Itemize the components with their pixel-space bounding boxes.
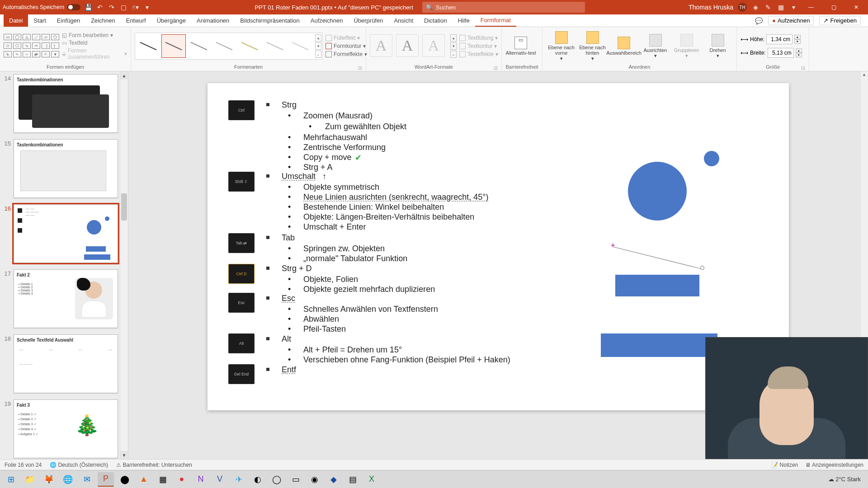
shape-rectangle-1[interactable]: [615, 275, 699, 296]
qat-more-icon[interactable]: ▾: [143, 3, 151, 11]
text-fill-button[interactable]: Textfüllung ▾: [459, 35, 498, 41]
shape-small-circle[interactable]: [704, 151, 719, 166]
tab-zeichnen[interactable]: Zeichnen: [85, 14, 120, 27]
wordart-gallery[interactable]: AAA ▴▾⌄: [370, 34, 457, 58]
record-button[interactable]: ●Aufzeichnen: [768, 16, 814, 25]
launcher-icon[interactable]: ◲: [494, 66, 498, 70]
pen-icon[interactable]: ✎: [764, 3, 772, 11]
tab-animationen[interactable]: Animationen: [191, 14, 235, 27]
telegram-icon[interactable]: ✈: [231, 472, 247, 487]
slide[interactable]: Ctrl Shift ⇧ Tab ⇄ Ctrl D Esc Alt Del En…: [208, 83, 789, 410]
selection-handle-start[interactable]: +: [611, 241, 615, 249]
line-style-gallery[interactable]: ▴▾⌄: [135, 33, 323, 60]
minimize-button[interactable]: —: [802, 1, 820, 14]
autosave-toggle[interactable]: Automatisches Speichern: [3, 4, 80, 10]
tab-einfuegen[interactable]: Einfügen: [52, 14, 85, 27]
tab-ueberpruefen[interactable]: Überprüfen: [348, 14, 388, 27]
outlook-icon[interactable]: ✉: [79, 472, 95, 487]
merge-shapes-button[interactable]: ⬙ Formen zusammenführen ▾: [62, 47, 127, 60]
save-icon[interactable]: 💾: [84, 3, 92, 11]
shape-outline-button[interactable]: Formkontur ▾: [326, 43, 367, 49]
text-outline-button[interactable]: Textkontur ▾: [459, 43, 498, 49]
launcher-icon[interactable]: ◲: [358, 66, 362, 70]
height-input[interactable]: [766, 34, 793, 44]
notes-button[interactable]: 📝 Notizen: [771, 462, 798, 468]
app-icon[interactable]: ●: [174, 472, 190, 487]
touch-mode-icon[interactable]: ☝︎▾: [131, 3, 139, 11]
spin-down-icon[interactable]: ▾: [794, 39, 801, 44]
shape-selected-line[interactable]: [613, 247, 701, 269]
app-icon[interactable]: ⬤: [117, 472, 133, 487]
tab-ansicht[interactable]: Ansicht: [388, 14, 419, 27]
thumbnail-17[interactable]: 17 Fakt 2 • Details 1• Details 2• Detail…: [3, 269, 118, 328]
app-icon[interactable]: ◉: [307, 472, 323, 487]
maximize-button[interactable]: ▢: [825, 1, 843, 14]
align-button[interactable]: Ausrichten▾: [640, 34, 670, 59]
app-icon[interactable]: ▭: [288, 472, 304, 487]
alt-text-button[interactable]: ▭Alternativ-text: [505, 37, 536, 56]
user-avatar[interactable]: TH: [738, 3, 747, 12]
vlc-icon[interactable]: ▲: [136, 472, 152, 487]
spin-up-icon[interactable]: ▴: [794, 35, 801, 39]
tab-aufzeichnen[interactable]: Aufzeichnen: [305, 14, 349, 27]
width-input[interactable]: [768, 48, 794, 58]
tab-uebergaenge[interactable]: Übergänge: [151, 14, 191, 27]
comments-icon[interactable]: 💬: [755, 17, 763, 24]
shape-fill-button[interactable]: Fülleffekt ▾: [326, 35, 367, 41]
explorer-icon[interactable]: 📁: [22, 472, 38, 487]
group-button[interactable]: Gruppieren▾: [671, 34, 702, 59]
share-button[interactable]: ↗Freigeben: [819, 16, 861, 25]
launcher-icon[interactable]: ◲: [801, 66, 805, 70]
shape-effects-button[interactable]: Formeffekte ▾: [326, 51, 367, 57]
spin-up-icon[interactable]: ▴: [796, 48, 802, 53]
onenote-icon[interactable]: N: [193, 472, 209, 487]
send-backward-button[interactable]: Ebene nach hinten▾: [577, 31, 608, 61]
bring-forward-button[interactable]: Ebene nach vorne▾: [546, 31, 576, 61]
rotate-button[interactable]: Drehen▾: [703, 34, 733, 59]
window-layout-icon[interactable]: ▦: [777, 3, 785, 11]
scroll-up-icon[interactable]: ▲: [120, 71, 128, 80]
powerpoint-icon[interactable]: P: [98, 472, 114, 487]
app-icon[interactable]: ◯: [269, 472, 285, 487]
thumbnail-scrollbar[interactable]: ▲ ▼: [120, 71, 128, 459]
search-box[interactable]: 🔍 Suchen: [422, 2, 585, 13]
ribbon-dropdown-icon[interactable]: ▾: [789, 3, 797, 11]
app-icon[interactable]: ▦: [155, 472, 171, 487]
status-language[interactable]: 🌐 Deutsch (Österreich): [50, 462, 108, 468]
close-button[interactable]: ✕: [847, 1, 865, 14]
start-button[interactable]: ⊞: [3, 472, 19, 487]
start-slideshow-icon[interactable]: ▢: [119, 3, 127, 11]
scroll-down-icon[interactable]: ▼: [120, 451, 128, 459]
undo-icon[interactable]: ↶: [96, 3, 104, 11]
display-settings-button[interactable]: 🖥 Anzeigeeinstellungen: [805, 462, 863, 468]
thumbnail-19[interactable]: 19 Fakt 3 • Details 1 ✓• Details 2 ✓• De…: [3, 399, 118, 458]
scroll-handle[interactable]: [121, 193, 127, 221]
height-field[interactable]: ⟷Höhe: ▴▾: [741, 34, 802, 44]
excel-icon[interactable]: X: [363, 472, 380, 487]
toggle-switch[interactable]: [67, 4, 80, 10]
diamond-icon[interactable]: ◈: [751, 3, 760, 11]
spin-down-icon[interactable]: ▾: [796, 53, 802, 57]
thumbnail-14[interactable]: 14 Tastenkombinationen: [3, 74, 118, 133]
tab-hilfe[interactable]: Hilfe: [453, 14, 475, 27]
tab-formformat[interactable]: Formformat: [475, 14, 516, 27]
chrome-icon[interactable]: 🌐: [60, 472, 76, 487]
selection-handle-end[interactable]: [700, 266, 704, 270]
app-icon[interactable]: ◆: [326, 472, 342, 487]
tab-start[interactable]: Start: [28, 14, 51, 27]
edit-shape-button[interactable]: ◱ Form bearbeiten ▾: [62, 32, 127, 38]
redo-icon[interactable]: ↷: [108, 3, 116, 11]
thumbnail-15[interactable]: 15 Tastenkombinationen: [3, 139, 118, 198]
tab-entwurf[interactable]: Entwurf: [121, 14, 151, 27]
text-effects-button[interactable]: Texteffekte ▾: [459, 51, 498, 57]
thumbnail-18[interactable]: 18 Schnelle Textfeld Auswahl ──────── ──…: [3, 334, 118, 393]
thumbnail-16[interactable]: 16 ── ──── ── ──── ──: [3, 204, 118, 263]
shape-big-circle[interactable]: [628, 162, 687, 221]
app-icon[interactable]: ▤: [344, 472, 361, 487]
tab-bildschirmpraesentation[interactable]: Bildschirmpräsentation: [235, 14, 305, 27]
selection-pane-button[interactable]: Auswahlbereich: [609, 37, 639, 56]
app-icon[interactable]: ◐: [250, 472, 266, 487]
shape-rectangle-2[interactable]: [601, 333, 717, 357]
firefox-icon[interactable]: 🦊: [41, 472, 57, 487]
weather-widget[interactable]: ☁ 2°C Stark: [828, 476, 861, 483]
